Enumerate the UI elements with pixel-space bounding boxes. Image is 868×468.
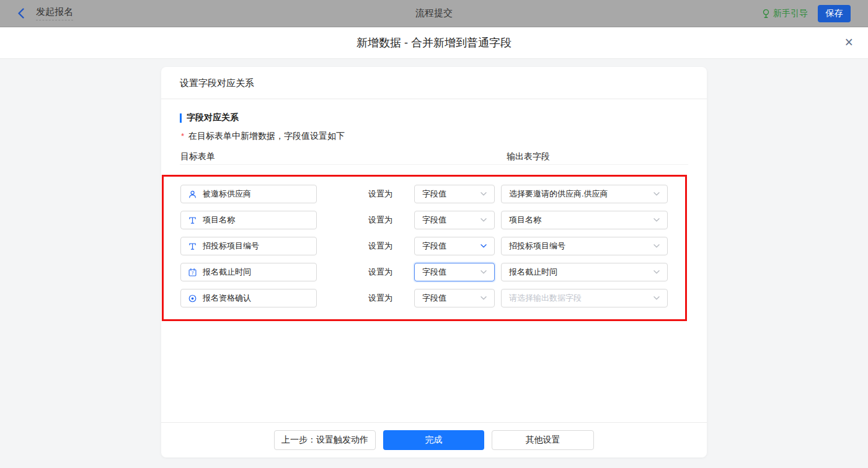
- chevron-down-icon: [653, 244, 660, 248]
- chevron-down-icon: [480, 192, 487, 196]
- set-as-label: 设置为: [368, 188, 394, 200]
- target-field-label: 报名截止时间: [203, 267, 251, 278]
- value-mode-select[interactable]: 字段值: [414, 289, 495, 307]
- output-field-select[interactable]: 报名截止时间: [501, 263, 668, 281]
- mapping-row: 招投标项目编号 设置为 字段值 招投标项目编号: [180, 233, 688, 259]
- set-as-label: 设置为: [368, 241, 394, 252]
- target-field-label: 招投标项目编号: [203, 241, 259, 252]
- required-asterisk: *: [181, 131, 184, 142]
- chevron-down-icon: [480, 296, 487, 300]
- other-settings-button[interactable]: 其他设置: [492, 430, 594, 450]
- column-target-form: 目标表单: [180, 151, 215, 162]
- value-mode-select[interactable]: 字段值: [414, 185, 495, 203]
- mapping-row: 报名截止时间 设置为 字段值 报名截止时间: [180, 259, 688, 285]
- set-as-label: 设置为: [368, 293, 394, 304]
- chevron-down-icon: [480, 244, 487, 248]
- output-field-select[interactable]: 选择要邀请的供应商.供应商: [501, 185, 668, 203]
- panel-footer: 上一步：设置触发动作 完成 其他设置: [161, 422, 707, 457]
- output-field-text: 项目名称: [509, 214, 541, 226]
- user-icon: [188, 190, 197, 199]
- set-as-label: 设置为: [368, 214, 394, 226]
- target-field-box: 招投标项目编号: [180, 237, 317, 255]
- chevron-down-icon: [653, 296, 660, 300]
- chevron-down-icon: [480, 270, 487, 274]
- guide-label: 新手引导: [773, 8, 808, 19]
- section-accent-bar: [180, 113, 182, 123]
- back-button[interactable]: 发起报名: [17, 6, 73, 20]
- target-field-label: 报名资格确认: [203, 293, 251, 304]
- instruction-line: * 在目标表单中新增数据，字段值设置如下: [180, 131, 688, 142]
- top-bar: 发起报名 流程提交 新手引导 保存: [0, 0, 868, 27]
- set-as-label: 设置为: [368, 267, 394, 278]
- target-field-label: 项目名称: [203, 214, 235, 226]
- value-mode-select[interactable]: 字段值: [414, 263, 495, 281]
- radio-icon: [188, 294, 197, 303]
- previous-step-button[interactable]: 上一步：设置触发动作: [274, 430, 376, 450]
- close-icon[interactable]: ×: [845, 35, 853, 50]
- output-field-select[interactable]: 项目名称: [501, 211, 668, 229]
- mapping-rows: 被邀标供应商 设置为 字段值 选择要邀请的供应商.供应商: [180, 181, 688, 311]
- value-mode-select[interactable]: 字段值: [414, 211, 495, 229]
- topbar-title: 流程提交: [415, 7, 453, 19]
- chevron-down-icon: [653, 192, 660, 196]
- output-field-select[interactable]: 招投标项目编号: [501, 237, 668, 255]
- modal-title: 新增数据 - 合并新增到普通字段: [356, 35, 512, 50]
- text-icon: [188, 216, 197, 225]
- value-mode-text: 字段值: [422, 293, 446, 304]
- value-mode-text: 字段值: [422, 267, 446, 278]
- topbar-actions: 新手引导 保存: [762, 5, 851, 22]
- target-field-box: 报名资格确认: [180, 289, 317, 307]
- column-output-field: 输出表字段: [507, 151, 550, 162]
- target-field-box: 被邀标供应商: [180, 185, 317, 203]
- column-headers: 目标表单 输出表字段: [180, 151, 688, 165]
- mapping-row: 被邀标供应商 设置为 字段值 选择要邀请的供应商.供应商: [180, 181, 688, 207]
- section-head: 字段对应关系: [180, 112, 688, 123]
- modal-header: 新增数据 - 合并新增到普通字段 ×: [0, 27, 868, 59]
- save-button[interactable]: 保存: [818, 5, 851, 22]
- value-mode-text: 字段值: [422, 188, 446, 200]
- panel-title: 设置字段对应关系: [161, 67, 707, 99]
- output-field-text: 招投标项目编号: [509, 241, 565, 252]
- modal-body: 设置字段对应关系 字段对应关系 * 在目标表单中新增数据，字段值设置如下 目标表…: [0, 59, 868, 468]
- value-mode-select[interactable]: 字段值: [414, 237, 495, 255]
- text-icon: [188, 242, 197, 251]
- field-mapping-panel: 设置字段对应关系 字段对应关系 * 在目标表单中新增数据，字段值设置如下 目标表…: [161, 67, 707, 457]
- instruction-text: 在目标表单中新增数据，字段值设置如下: [188, 131, 345, 142]
- mapping-row: 项目名称 设置为 字段值 项目名称: [180, 207, 688, 233]
- panel-content: 字段对应关系 * 在目标表单中新增数据，字段值设置如下 目标表单 输出表字段 被…: [161, 112, 707, 311]
- chevron-down-icon: [653, 270, 660, 274]
- calendar-icon: [188, 268, 197, 277]
- output-field-text: 报名截止时间: [509, 267, 557, 278]
- section-title: 字段对应关系: [187, 112, 239, 123]
- chevron-down-icon: [480, 218, 487, 222]
- target-field-box: 报名截止时间: [180, 263, 317, 281]
- back-chevron-icon: [17, 8, 24, 19]
- value-mode-text: 字段值: [422, 214, 446, 226]
- value-mode-text: 字段值: [422, 241, 446, 252]
- guide-pin-icon: [762, 9, 770, 19]
- flow-name[interactable]: 发起报名: [36, 6, 73, 20]
- done-button[interactable]: 完成: [383, 430, 484, 450]
- chevron-down-icon: [653, 218, 660, 222]
- mapping-row: 报名资格确认 设置为 字段值 请选择输出数据字段: [180, 285, 688, 311]
- output-field-text: 选择要邀请的供应商.供应商: [509, 188, 608, 200]
- target-field-label: 被邀标供应商: [203, 188, 251, 200]
- beginner-guide-link[interactable]: 新手引导: [762, 8, 808, 19]
- target-field-box: 项目名称: [180, 211, 317, 229]
- output-field-select[interactable]: 请选择输出数据字段: [501, 289, 668, 307]
- output-field-placeholder: 请选择输出数据字段: [509, 293, 582, 304]
